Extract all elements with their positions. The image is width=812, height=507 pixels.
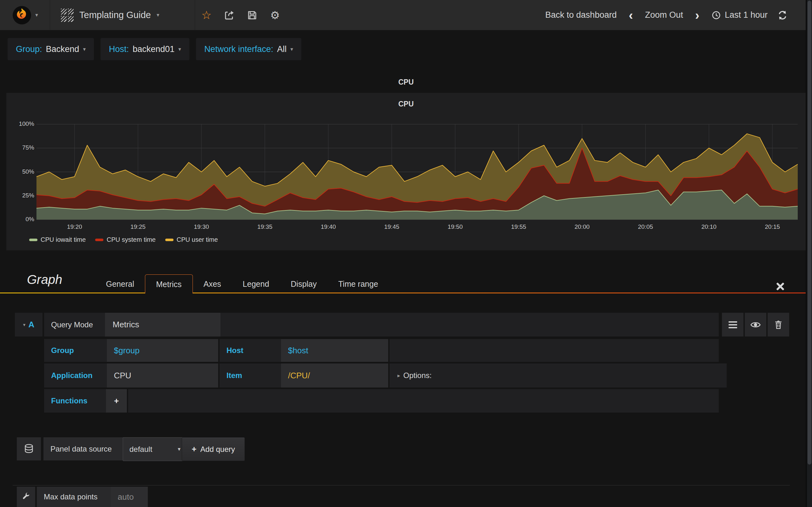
query-collapse-toggle[interactable]: ▾ A	[15, 313, 43, 337]
caret-right-icon: ▸	[397, 373, 400, 378]
grafana-screen: ▾ Templating Guide ▾ ☆	[0, 0, 812, 507]
max-data-points-field[interactable]	[111, 487, 148, 507]
variable-label: Network interface:	[204, 44, 273, 54]
star-button[interactable]: ☆	[195, 0, 218, 30]
legend-label: CPU iowait time	[41, 236, 86, 243]
x-tick-label: 19:25	[119, 223, 157, 230]
x-tick-label: 19:20	[55, 223, 94, 230]
variable-netif-dropdown[interactable]: Network interface: All ▾	[196, 38, 301, 60]
chevron-down-icon: ▾	[290, 47, 293, 52]
section-divider	[13, 485, 790, 486]
settings-icon-cell	[17, 487, 35, 507]
legend-swatch	[95, 239, 103, 241]
tab-metrics[interactable]: Metrics	[145, 274, 193, 293]
query-row-filler	[220, 313, 719, 337]
tab-display[interactable]: Display	[280, 274, 328, 293]
variable-label: Group:	[16, 44, 42, 54]
y-tick-label: 75%	[6, 144, 34, 151]
settings-button[interactable]: ⚙	[264, 0, 287, 30]
add-query-button[interactable]: + Add query	[182, 437, 245, 461]
add-function-button[interactable]: +	[106, 389, 127, 412]
query-menu-button[interactable]	[722, 313, 744, 337]
x-tick-label: 19:55	[500, 223, 538, 230]
query-mode-label: Query Mode	[44, 313, 110, 337]
back-to-dashboard-link[interactable]: Back to dashboard	[545, 10, 617, 20]
max-data-points-input[interactable]	[111, 487, 148, 507]
query-mode-dropdown[interactable]: Metrics ▾	[105, 313, 234, 337]
share-button[interactable]	[218, 0, 241, 30]
legend-item-system[interactable]: CPU system time	[95, 236, 155, 243]
save-icon	[247, 10, 258, 20]
group-input[interactable]	[107, 339, 218, 362]
options-toggle[interactable]: ▸ Options:	[390, 363, 727, 388]
tab-general[interactable]: General	[95, 274, 145, 293]
wrench-icon	[21, 493, 31, 501]
refresh-icon	[777, 10, 788, 20]
plus-icon: +	[114, 396, 119, 406]
time-shift-right-button[interactable]: ›	[691, 9, 704, 21]
application-field-label: Application	[44, 363, 113, 388]
panel-datasource-label: Panel data source	[44, 437, 127, 460]
plus-icon: +	[192, 444, 196, 454]
chart-legend: CPU iowait time CPU system time CPU user…	[29, 236, 218, 243]
share-icon	[223, 9, 235, 21]
grafana-logo-icon	[12, 5, 32, 25]
graph-panel: CPU 100%75%50%25%0% 19:2019:2519:3019:35…	[6, 93, 806, 250]
database-icon	[23, 443, 35, 455]
time-shift-left-button[interactable]: ‹	[624, 9, 637, 21]
legend-label: CPU user time	[177, 236, 218, 243]
query-ref-letter: A	[28, 320, 34, 330]
y-tick-label: 100%	[6, 120, 34, 127]
zoom-out-button[interactable]: Zoom Out	[645, 10, 683, 20]
refresh-button[interactable]	[775, 0, 790, 30]
legend-swatch	[165, 239, 173, 241]
clock-icon	[711, 10, 721, 20]
top-navbar: ▾ Templating Guide ▾ ☆	[0, 0, 812, 30]
grafana-menu-button[interactable]: ▾	[0, 0, 50, 30]
variable-value: All	[277, 44, 287, 54]
x-tick-label: 20:00	[563, 223, 601, 230]
save-button[interactable]	[241, 0, 264, 30]
cpu-stacked-area-chart[interactable]	[37, 122, 798, 222]
variable-value: Backend	[46, 44, 79, 54]
group-field[interactable]	[107, 339, 218, 362]
y-tick-label: 0%	[6, 216, 34, 223]
x-tick-label: 20:15	[753, 223, 792, 230]
application-input[interactable]	[107, 363, 218, 388]
item-input[interactable]	[281, 363, 388, 388]
options-label: Options:	[403, 371, 432, 380]
application-field[interactable]	[107, 363, 218, 388]
query-toggle-visibility-button[interactable]	[745, 313, 766, 337]
datasource-dropdown[interactable]: default ▾	[123, 437, 186, 461]
graph-title: CPU	[6, 100, 806, 108]
panel-header-title: CPU	[0, 78, 812, 87]
query-delete-button[interactable]	[768, 313, 789, 337]
query-row-filler	[390, 339, 719, 362]
trash-icon	[774, 320, 783, 330]
variable-label: Host:	[109, 44, 129, 54]
legend-item-iowait[interactable]: CPU iowait time	[29, 236, 86, 243]
chevron-down-icon: ▾	[35, 12, 38, 18]
template-variable-row: Group: Backend ▾ Host: backend01 ▾ Netwo…	[8, 38, 301, 60]
tab-axes[interactable]: Axes	[193, 274, 232, 293]
host-input[interactable]	[281, 339, 388, 362]
gear-icon: ⚙	[270, 9, 280, 21]
y-tick-label: 25%	[6, 192, 34, 199]
time-range-picker-button[interactable]: Last 1 hour	[711, 10, 768, 20]
x-tick-label: 20:10	[690, 223, 728, 230]
variable-host-dropdown[interactable]: Host: backend01 ▾	[101, 38, 189, 60]
tab-time-range[interactable]: Time range	[328, 274, 389, 293]
close-editor-button[interactable]	[774, 281, 786, 292]
variable-value: backend01	[133, 44, 174, 54]
item-field[interactable]	[281, 363, 388, 388]
query-mode-value: Metrics	[113, 320, 139, 330]
dashboard-grid-icon	[61, 9, 73, 22]
legend-item-user[interactable]: CPU user time	[165, 236, 218, 243]
dashboard-title-button[interactable]: Templating Guide ▾	[50, 0, 195, 30]
variable-group-dropdown[interactable]: Group: Backend ▾	[8, 38, 94, 60]
scrollbar-thumb[interactable]	[808, 1, 811, 464]
host-field[interactable]	[281, 339, 388, 362]
tab-legend[interactable]: Legend	[232, 274, 280, 293]
host-field-label: Host	[219, 339, 287, 362]
editor-tabs: General Metrics Axes Legend Display Time…	[95, 274, 389, 293]
